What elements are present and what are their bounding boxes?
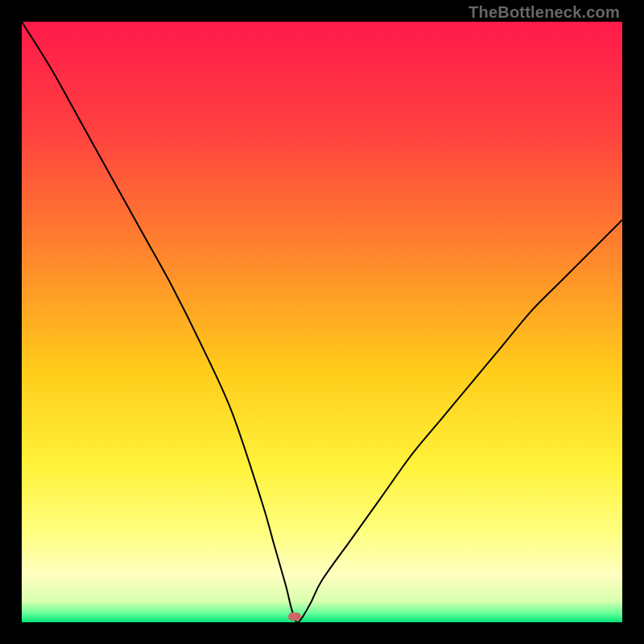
chart-frame: TheBottleneck.com — [0, 0, 644, 644]
optimal-marker — [288, 613, 301, 621]
bottleneck-curve — [22, 22, 622, 622]
watermark-text: TheBottleneck.com — [469, 3, 620, 22]
curve-path — [22, 22, 622, 622]
plot-area — [22, 22, 622, 622]
